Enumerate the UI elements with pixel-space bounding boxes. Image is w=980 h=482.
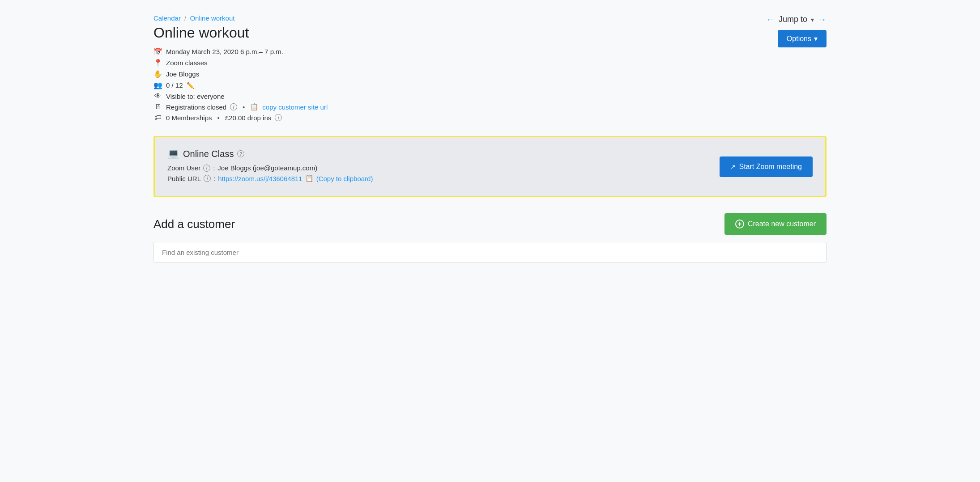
options-button[interactable]: Options ▾ — [778, 30, 827, 47]
breadcrumb-calendar-link[interactable]: Calendar — [153, 14, 181, 22]
header-row: Calendar / Online workout Online workout… — [153, 14, 827, 122]
zoom-url-link[interactable]: https://zoom.us/j/436064811 — [218, 175, 302, 182]
start-zoom-button[interactable]: ↗ Start Zoom meeting — [720, 156, 813, 177]
jump-chevron-icon: ▾ — [811, 16, 814, 23]
registration-info-icon[interactable]: i — [230, 103, 237, 110]
online-class-title: 💻 Online Class ? — [167, 148, 373, 160]
meta-list: 📅 Monday March 23, 2020 6 p.m.– 7 p.m. 📍… — [153, 47, 328, 122]
jump-to-row: ← Jump to ▾ → — [766, 14, 827, 25]
external-link-icon: ↗ — [730, 163, 736, 170]
meta-instructor: ✋ Joe Bloggs — [153, 70, 328, 78]
meta-memberships: 🏷 0 Memberships • £20.00 drop ins i — [153, 114, 328, 122]
meta-visibility: 👁 Visible to: everyone — [153, 92, 328, 100]
page-container: Calendar / Online workout Online workout… — [132, 0, 848, 277]
zoom-user-info-icon[interactable]: i — [203, 165, 210, 172]
add-customer-title: Add a customer — [153, 217, 235, 231]
online-class-info-icon[interactable]: ? — [237, 150, 244, 157]
plus-circle-icon: + — [735, 220, 744, 228]
copy-clipboard-link[interactable]: (Copy to clipboard) — [316, 175, 373, 182]
url-clipboard-icon[interactable]: 📋 — [305, 174, 314, 182]
meta-registration: 🖥 Registrations closed i • 📋 copy custom… — [153, 103, 328, 111]
breadcrumb-current-link[interactable]: Online workout — [190, 14, 234, 22]
meta-capacity: 👥 0 / 12 ✏️ — [153, 81, 328, 89]
copy-icon[interactable]: 📋 — [250, 103, 259, 111]
monitor-icon: 🖥 — [153, 103, 162, 111]
public-url-colon: : — [213, 175, 215, 182]
meta-date: 📅 Monday March 23, 2020 6 p.m.– 7 p.m. — [153, 47, 328, 56]
top-right: ← Jump to ▾ → Options ▾ — [766, 14, 827, 47]
edit-capacity-icon[interactable]: ✏️ — [187, 82, 194, 89]
search-customer-input[interactable] — [153, 242, 827, 263]
options-chevron-icon: ▾ — [814, 34, 818, 43]
zoom-user-row: Zoom User i : Joe Bloggs (joe@goteamup.c… — [167, 164, 373, 172]
public-url-info-icon[interactable]: i — [204, 175, 211, 182]
public-url-row: Public URL i : https://zoom.us/j/4360648… — [167, 174, 373, 182]
laptop-icon: 💻 — [167, 148, 179, 160]
calendar-icon: 📅 — [153, 47, 162, 56]
zoom-user-colon: : — [213, 164, 215, 172]
breadcrumb-separator: / — [184, 14, 186, 22]
add-customer-section: Add a customer + Create new customer — [153, 213, 827, 263]
online-class-section: 💻 Online Class ? Zoom User i : Joe Blogg… — [153, 136, 827, 197]
prev-arrow-icon[interactable]: ← — [766, 14, 775, 25]
header-left: Calendar / Online workout Online workout… — [153, 14, 328, 122]
online-class-content: 💻 Online Class ? Zoom User i : Joe Blogg… — [167, 148, 373, 185]
breadcrumb: Calendar / Online workout — [153, 14, 328, 22]
meta-location: 📍 Zoom classes — [153, 59, 328, 67]
people-icon: 👥 — [153, 81, 162, 89]
options-label: Options — [787, 35, 811, 43]
eye-icon: 👁 — [153, 92, 162, 100]
next-arrow-icon[interactable]: → — [818, 14, 827, 25]
add-customer-header: Add a customer + Create new customer — [153, 213, 827, 235]
instructor-icon: ✋ — [153, 70, 162, 78]
dropins-info-icon[interactable]: i — [275, 114, 282, 121]
tag-icon: 🏷 — [153, 114, 162, 122]
create-customer-button[interactable]: + Create new customer — [724, 213, 827, 235]
copy-url-link[interactable]: copy customer site url — [262, 103, 328, 111]
page-title: Online workout — [153, 25, 328, 41]
jump-to-label[interactable]: Jump to — [779, 15, 807, 24]
location-icon: 📍 — [153, 59, 162, 67]
